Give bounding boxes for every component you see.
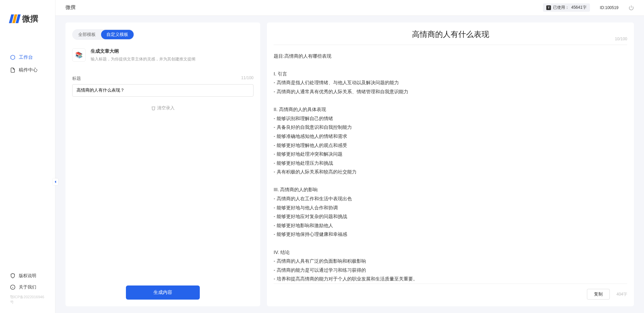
main: 微撰 T 已使用： 45641字 ID:100519 全部模板 [55, 0, 644, 313]
logo: 微撰 [0, 7, 55, 34]
clear-label: 清空录入 [157, 105, 175, 111]
topbar-right: T 已使用： 45641字 ID:100519 [543, 3, 634, 12]
sidebar-bottom: 版权说明 关于我们 鄂ICP备2022016946号 [0, 270, 55, 313]
document-icon [10, 67, 15, 73]
template-tabs: 全部模板 自定义模板 [72, 29, 134, 40]
nav-about[interactable]: 关于我们 [0, 281, 55, 293]
template-card: 📚 生成文章大纲 输入标题，为你提供文章主体的灵感，并为其创建推文提纲 [72, 48, 254, 62]
app-root: 微撰 工作台 稿件中心 版权说明 关于我们 鄂ICP备2022016946号 [0, 0, 644, 313]
tab-all-templates[interactable]: 全部模板 [73, 30, 101, 39]
text-icon: T [546, 5, 551, 10]
template-name: 生成文章大纲 [91, 48, 195, 54]
power-icon[interactable] [629, 5, 634, 10]
input-panel: 全部模板 自定义模板 📚 生成文章大纲 输入标题，为你提供文章主体的灵感，并为其… [65, 22, 260, 306]
nav-drafts[interactable]: 稿件中心 [0, 64, 55, 76]
cube-icon [10, 55, 15, 60]
output-footer: 复制 404字 [274, 283, 627, 300]
nav-workspace[interactable]: 工作台 [0, 51, 55, 64]
nav-label: 稿件中心 [19, 67, 38, 73]
copy-button[interactable]: 复制 [587, 289, 610, 300]
title-counter: 11/100 [241, 75, 254, 82]
trash-icon [151, 106, 156, 110]
shield-icon [10, 273, 15, 278]
template-info: 生成文章大纲 输入标题，为你提供文章主体的灵感，并为其创建推文提纲 [91, 48, 195, 62]
usage-label: 已使用： [553, 5, 569, 10]
title-label-row: 标题 11/100 [72, 75, 254, 82]
usage-value: 45641字 [571, 5, 586, 10]
output-panel: 高情商的人有什么表现 10/100 题目:高情商的人有哪些表现 I. 引言 - … [267, 22, 634, 306]
generate-button[interactable]: 生成内容 [126, 285, 200, 300]
nav-label: 版权说明 [19, 273, 36, 279]
workspace: 全部模板 自定义模板 📚 生成文章大纲 输入标题，为你提供文章主体的灵感，并为其… [55, 16, 644, 313]
collapse-handle[interactable] [53, 178, 58, 185]
tab-custom-template[interactable]: 自定义模板 [101, 30, 134, 39]
nav: 工作台 稿件中心 [0, 34, 55, 270]
output-title-counter: 10/100 [615, 37, 627, 41]
sidebar: 微撰 工作台 稿件中心 版权说明 关于我们 鄂ICP备2022016946号 [0, 0, 55, 313]
logo-mark [10, 14, 19, 23]
topbar-title: 微撰 [65, 4, 76, 11]
template-desc: 输入标题，为你提供文章主体的灵感，并为其创建推文提纲 [91, 56, 195, 62]
output-char-count: 404字 [616, 292, 627, 297]
logo-text: 微撰 [22, 13, 38, 24]
usage-badge: T 已使用： 45641字 [543, 3, 590, 12]
output-title: 高情商的人有什么表现 [412, 29, 489, 40]
icp-text: 鄂ICP备2022016946号 [0, 293, 55, 306]
books-icon: 📚 [72, 48, 86, 62]
title-label: 标题 [72, 75, 81, 82]
output-header: 高情商的人有什么表现 10/100 [274, 29, 627, 45]
info-icon [10, 284, 15, 290]
nav-label: 关于我们 [19, 284, 36, 290]
title-input[interactable] [72, 84, 254, 97]
nav-copyright[interactable]: 版权说明 [0, 270, 55, 281]
output-body[interactable]: 题目:高情商的人有哪些表现 I. 引言 - 高情商是指人们处理情绪、与他人互动以… [274, 52, 627, 283]
topbar: 微撰 T 已使用： 45641字 ID:100519 [55, 0, 644, 16]
nav-label: 工作台 [19, 54, 33, 60]
user-id: ID:100519 [600, 5, 618, 10]
clear-input-link[interactable]: 清空录入 [72, 105, 254, 111]
